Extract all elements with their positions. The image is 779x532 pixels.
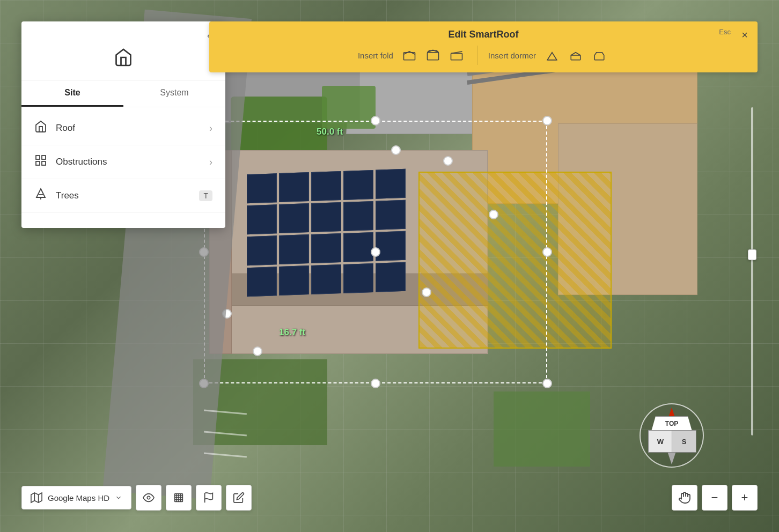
crop-tool-button[interactable] <box>166 485 192 511</box>
svg-marker-4 <box>36 189 45 197</box>
svg-rect-3 <box>42 161 46 165</box>
bottom-left-controls: Google Maps HD <box>21 485 252 511</box>
roof-chevron-icon: › <box>209 123 212 134</box>
svg-rect-1 <box>42 156 46 159</box>
dormer-style-1-button[interactable] <box>542 46 562 65</box>
pencil-icon <box>233 492 245 504</box>
obstructions-label: Obstructions <box>56 157 209 167</box>
menu-item-obstructions[interactable]: Obstructions › <box>21 145 225 179</box>
compass-top-face: TOP <box>651 416 692 431</box>
sidebar-menu: Roof › Obstructions › <box>21 107 225 217</box>
flag-icon <box>203 492 215 504</box>
insert-fold-label: Insert fold <box>358 51 393 60</box>
insert-fold-section: Insert fold <box>358 46 466 65</box>
measurement-50: 50.0 ft <box>317 127 343 137</box>
home-icon <box>114 48 133 71</box>
svg-rect-9 <box>451 54 462 60</box>
zoom-out-button[interactable]: − <box>702 485 727 511</box>
close-button[interactable]: × <box>741 29 748 41</box>
roof-icon <box>34 120 47 136</box>
menu-item-roof[interactable]: Roof › <box>21 112 225 145</box>
hand-icon <box>678 491 691 504</box>
eye-icon <box>143 492 155 504</box>
tab-system[interactable]: System <box>123 80 225 107</box>
map-icon <box>31 492 42 504</box>
svg-point-18 <box>147 496 150 499</box>
svg-rect-0 <box>36 156 40 159</box>
svg-rect-8 <box>427 53 438 60</box>
insert-dormer-section: Insert dormer <box>488 46 609 65</box>
svg-rect-2 <box>36 161 40 165</box>
roof-label: Roof <box>56 123 209 134</box>
obstructions-icon <box>34 154 47 170</box>
fold-style-1-button[interactable] <box>400 46 419 65</box>
toolbar-actions: Insert fold <box>222 46 745 65</box>
trees-shortcut-badge: T <box>199 190 212 201</box>
dormer-style-3-button[interactable] <box>590 46 609 65</box>
crop-icon <box>173 492 185 504</box>
vertical-zoom-slider[interactable] <box>747 107 758 435</box>
tab-site[interactable]: Site <box>21 80 123 107</box>
fold-style-2-button[interactable] <box>423 46 443 65</box>
fold-style-3-button[interactable] <box>447 46 466 65</box>
insert-dormer-label: Insert dormer <box>488 51 536 60</box>
trees-icon <box>34 188 47 204</box>
chevron-down-icon <box>115 494 122 501</box>
bottom-right-controls: − + <box>672 485 758 511</box>
flag-tool-button[interactable] <box>196 485 222 511</box>
menu-item-trees[interactable]: Trees T <box>21 179 225 213</box>
edit-smartroof-toolbar: Edit SmartRoof Esc × Insert fold <box>209 21 758 72</box>
measurement-167: 16.7 ft <box>279 327 305 338</box>
obstructions-chevron-icon: › <box>209 157 212 168</box>
visibility-toggle-button[interactable] <box>136 485 161 511</box>
map-selector-label: Google Maps HD <box>48 493 109 503</box>
sidebar-header: « <box>21 21 225 43</box>
esc-label: Esc <box>719 28 731 36</box>
edit-tool-button[interactable] <box>226 485 252 511</box>
pan-button[interactable] <box>672 485 697 511</box>
compass-south-face: S <box>672 430 696 453</box>
sidebar-home-icon-area[interactable] <box>21 43 225 80</box>
view-compass[interactable]: TOP W S <box>640 403 704 468</box>
zoom-in-button[interactable]: + <box>732 485 758 511</box>
map-selector[interactable]: Google Maps HD <box>21 486 131 509</box>
toolbar-title: Edit SmartRoof <box>222 29 745 40</box>
aerial-view: 50.0 ft 16.7 ft <box>188 43 697 488</box>
trees-label: Trees <box>56 190 199 201</box>
sidebar: « Site System Roof › <box>21 21 225 228</box>
bottom-toolbar: Google Maps HD <box>21 485 758 511</box>
dormer-style-2-button[interactable] <box>566 46 585 65</box>
svg-marker-15 <box>31 493 42 503</box>
compass-west-face: W <box>648 430 673 453</box>
svg-marker-10 <box>547 53 557 60</box>
sidebar-tabs: Site System <box>21 80 225 107</box>
